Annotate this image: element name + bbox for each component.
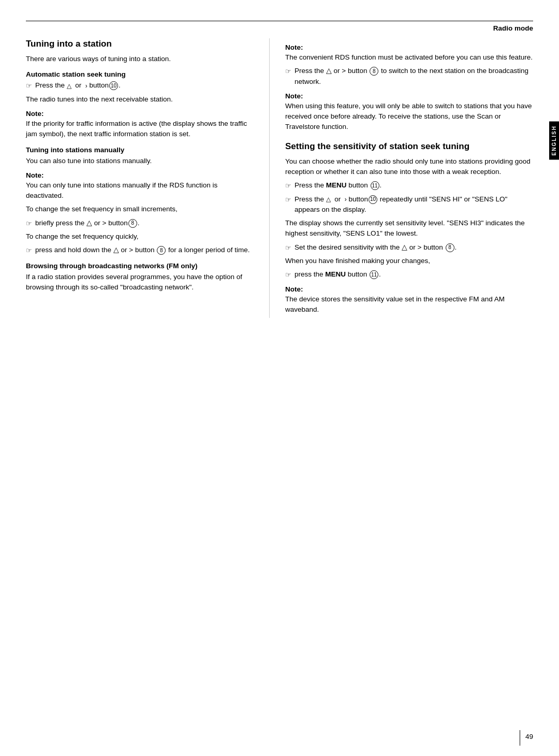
right-transition: When you have finished making your chang… xyxy=(285,256,533,266)
subsection-broadcasting: Browsing through broadcasting networks (… xyxy=(26,262,254,293)
right-note2-text: When using this feature, you will only b… xyxy=(285,101,533,133)
page-number: 49 xyxy=(525,733,533,740)
right-arrow4: ☞ Set the desired sensitivity with the △… xyxy=(285,242,533,253)
button-num-8a: 8 xyxy=(128,219,137,228)
right-section-title: Setting the sensitivity of station seek … xyxy=(285,141,533,152)
subsection2-para2: To change the set frequency quickly, xyxy=(26,231,254,242)
note2-text: You can only tune into stations manually… xyxy=(26,180,254,201)
button-num-11b: 11 xyxy=(370,270,378,279)
forward-arrow-icon-2: › xyxy=(345,195,347,204)
note1-label: Note: xyxy=(26,110,254,118)
arrow-bullet-7: ☞ xyxy=(285,243,291,253)
subsection2-para1: To change the set frequency in small inc… xyxy=(26,204,254,214)
manual-tuning-text2: press and hold down the △ or > button 8 … xyxy=(35,245,250,255)
right-arrow2: ☞ Press the MENU button 11. xyxy=(285,180,533,191)
right-arrow5: ☞ press the MENU button 11. xyxy=(285,269,533,280)
left-section-title: Tuning into a station xyxy=(26,38,254,50)
up-arrow-icon-2: △ xyxy=(326,195,331,204)
right-arrow1-text: Press the △ or > button 8 to switch to t… xyxy=(295,66,533,87)
right-column: ENGLISH Note: The convenient RDS functio… xyxy=(285,38,533,318)
manual-tuning-text1: briefly press the △ or > button8. xyxy=(35,218,139,228)
up-arrow-icon: △ xyxy=(67,81,71,91)
button-num-8d: 8 xyxy=(446,243,454,252)
forward-arrow-icon: › xyxy=(85,81,87,91)
right-arrow4-text: Set the desired sensitivity with the △ o… xyxy=(295,242,457,253)
auto-tuning-arrow: ☞ Press the △ or › button10. xyxy=(26,80,254,91)
arrow-bullet-8: ☞ xyxy=(285,270,291,280)
button-num-8b: 8 xyxy=(157,246,166,255)
column-divider xyxy=(269,38,270,318)
right-arrow3-text: Press the △ or › button10 repeatedly unt… xyxy=(295,194,533,215)
main-content: Tuning into a station There are various … xyxy=(0,33,559,318)
right-body1: The display shows the currently set sens… xyxy=(285,218,533,239)
arrow-bullet-2: ☞ xyxy=(26,219,32,229)
arrow-bullet-3: ☞ xyxy=(26,245,32,256)
button-num-11a: 11 xyxy=(371,181,379,190)
page-header: Radio mode xyxy=(0,21,559,32)
right-arrow1: ☞ Press the △ or > button 8 to switch to… xyxy=(285,66,533,87)
right-arrow2-text: Press the MENU button 11. xyxy=(295,180,381,191)
subsection3-body: If a radio station provides several prog… xyxy=(26,272,254,293)
page-divider xyxy=(520,730,520,746)
auto-tuning-text: Press the △ or › button10. xyxy=(35,80,121,91)
note2-label: Note: xyxy=(26,171,254,179)
english-label: ENGLISH xyxy=(549,121,559,159)
right-note1-text: The convenient RDS function must be acti… xyxy=(285,52,533,63)
button-num-10b: 10 xyxy=(369,195,377,204)
right-arrow3: ☞ Press the △ or › button10 repeatedly u… xyxy=(285,194,533,215)
right-note1-label: Note: xyxy=(285,43,533,51)
auto-tuning-body: The radio tunes into the next receivable… xyxy=(26,94,254,105)
menu-label-2: MENU xyxy=(325,270,346,278)
right-intro: You can choose whether the radio should … xyxy=(285,156,533,178)
button-num-10a: 10 xyxy=(109,81,118,90)
header-title: Radio mode xyxy=(493,24,533,32)
menu-label-1: MENU xyxy=(326,181,347,189)
left-column: Tuning into a station There are various … xyxy=(26,38,254,318)
subsection2-title: Tuning into stations manually xyxy=(26,146,254,154)
subsection2-intro: You can also tune into stations manually… xyxy=(26,156,254,166)
subsection3-title: Browsing through broadcasting networks (… xyxy=(26,262,254,270)
subsection-manual-tuning: Tuning into stations manually You can al… xyxy=(26,146,254,256)
manual-tuning-arrow2: ☞ press and hold down the △ or > button … xyxy=(26,245,254,256)
manual-tuning-arrow1: ☞ briefly press the △ or > button8. xyxy=(26,218,254,229)
subsection-auto-tuning: Automatic station seek tuning ☞ Press th… xyxy=(26,70,254,139)
note1-text: If the priority for traffic information … xyxy=(26,119,254,140)
arrow-bullet-1: ☞ xyxy=(26,81,32,91)
right-note3-label: Note: xyxy=(285,285,533,293)
arrow-bullet-4: ☞ xyxy=(285,66,291,77)
right-note2-label: Note: xyxy=(285,92,533,100)
right-note3-text: The device stores the sensitivity value … xyxy=(285,294,533,315)
arrow-bullet-6: ☞ xyxy=(285,195,291,205)
arrow-bullet-5: ☞ xyxy=(285,181,291,191)
subsection1-title: Automatic station seek tuning xyxy=(26,70,254,78)
button-num-8c: 8 xyxy=(370,67,378,76)
left-intro: There are various ways of tuning into a … xyxy=(26,54,254,64)
right-arrow5-text: press the MENU button 11. xyxy=(295,269,381,280)
